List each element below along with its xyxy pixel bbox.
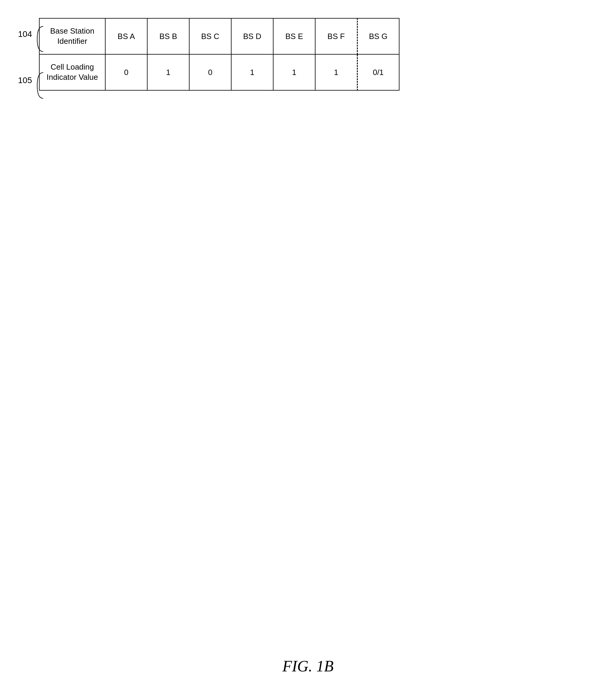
values-label-cell: Cell Loading Indicator Value [39,54,105,90]
val-bsc: 0 [189,54,231,90]
main-table: Base Station Identifier BS A BS B BS C B… [39,18,400,91]
table-row-values: Cell Loading Indicator Value 0 1 0 1 1 [39,54,399,90]
val-bsb: 1 [147,54,189,90]
header-bsg: BS G [357,18,399,54]
header-bsd: BS D [231,18,273,54]
val-bsa: 0 [105,54,147,90]
header-bsc: BS C [189,18,231,54]
val-bsf: 1 [315,54,357,90]
figure-label: FIG. 1B [282,657,334,675]
val-bse: 1 [273,54,315,90]
val-bsg: 0/1 [357,54,399,90]
table-area: Base Station Identifier BS A BS B BS C B… [30,18,400,91]
page-container: 104 105 Base Station Identifier BS A BS … [0,0,616,699]
val-bsd: 1 [231,54,273,90]
header-label-text: Base Station Identifier [50,26,94,45]
header-label-cell: Base Station Identifier [39,18,105,54]
header-bsa: BS A [105,18,147,54]
header-bsf: BS F [315,18,357,54]
header-bse: BS E [273,18,315,54]
header-bsb: BS B [147,18,189,54]
values-label-text: Cell Loading Indicator Value [46,62,98,82]
table-row-header: Base Station Identifier BS A BS B BS C B… [39,18,399,54]
